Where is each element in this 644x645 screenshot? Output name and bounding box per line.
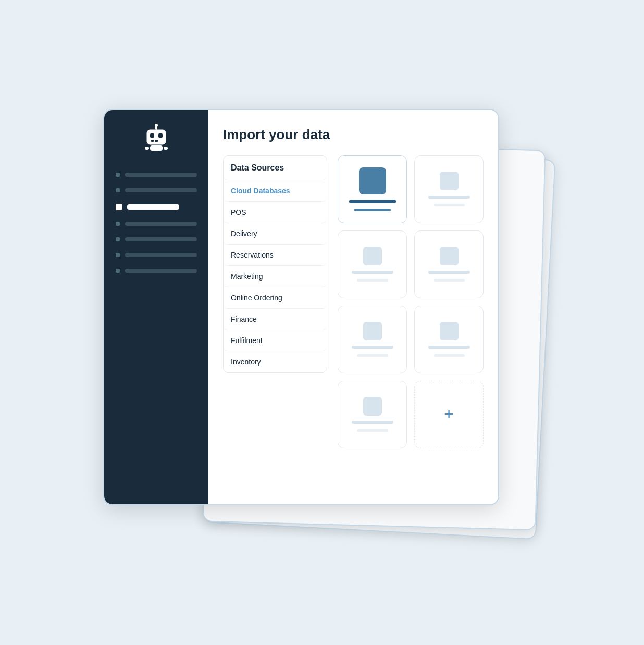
nav-dot [116, 222, 120, 226]
sidebar-nav-item-2[interactable] [113, 184, 200, 197]
grid-card-5[interactable] [338, 306, 407, 373]
nav-line [125, 173, 197, 177]
grid-icon-small [440, 172, 459, 190]
svg-rect-8 [145, 147, 149, 150]
nav-line [125, 188, 197, 192]
svg-rect-4 [155, 140, 158, 142]
sidebar-nav-item-7[interactable] [113, 264, 200, 277]
content-body: Data Sources Cloud Databases POS Deliver… [223, 155, 484, 485]
nav-dot [116, 253, 120, 257]
menu-item-cloud-databases[interactable]: Cloud Databases [224, 180, 327, 202]
sidebar-nav-item-5[interactable] [113, 233, 200, 246]
grid-icon-small [440, 322, 459, 340]
menu-item-reservations[interactable]: Reservations [224, 245, 327, 266]
grid-card-1[interactable] [338, 155, 407, 223]
svg-rect-0 [147, 130, 166, 144]
page-title: Import your data [223, 127, 484, 143]
menu-item-delivery[interactable]: Delivery [224, 223, 327, 245]
plus-icon: + [444, 405, 454, 424]
grid-icon-small [363, 247, 382, 265]
grid-card-add[interactable]: + [414, 381, 484, 448]
svg-rect-9 [164, 147, 168, 150]
grid-line-light [428, 196, 470, 199]
grid-line-light [428, 271, 470, 274]
nav-line [125, 222, 197, 226]
svg-point-6 [155, 124, 158, 127]
sidebar [104, 110, 208, 504]
grid-icon-large [359, 167, 386, 194]
grid-card-7[interactable] [338, 381, 407, 448]
main-content: Import your data Data Sources Cloud Data… [208, 110, 498, 504]
grid-line-lighter [434, 279, 465, 282]
grid-line-lighter [357, 429, 388, 432]
menu-item-inventory[interactable]: Inventory [224, 351, 327, 372]
grid-icon-small [363, 397, 382, 416]
sidebar-nav-item-6[interactable] [113, 249, 200, 261]
nav-dot-active [116, 204, 122, 210]
grid-icon-small [440, 247, 459, 265]
grid-card-6[interactable] [414, 306, 484, 373]
nav-dot [116, 188, 120, 192]
nav-dot [116, 269, 120, 273]
menu-panel: Data Sources Cloud Databases POS Deliver… [223, 155, 327, 485]
grid-card-4[interactable] [414, 230, 484, 298]
nav-dot [116, 237, 120, 241]
menu-item-finance[interactable]: Finance [224, 309, 327, 330]
sidebar-nav-item-1[interactable] [113, 168, 200, 181]
svg-rect-2 [158, 133, 163, 138]
data-source-grid: + [338, 155, 484, 485]
grid-line-lighter [357, 354, 388, 357]
menu-item-pos[interactable]: POS [224, 202, 327, 223]
grid-card-3[interactable] [338, 230, 407, 298]
sidebar-nav-item-active[interactable] [113, 200, 200, 214]
grid-line-secondary [354, 209, 391, 211]
svg-rect-1 [150, 133, 154, 138]
grid-container: + [338, 155, 484, 448]
menu-item-online-ordering[interactable]: Online Ordering [224, 287, 327, 309]
nav-dot [116, 173, 120, 177]
nav-line [125, 237, 197, 241]
grid-line-primary [349, 200, 396, 203]
grid-line-lighter [434, 354, 465, 357]
grid-line-light [352, 421, 393, 424]
grid-line-lighter [357, 279, 388, 282]
sidebar-logo [113, 123, 200, 154]
menu-header: Data Sources [224, 156, 327, 180]
sidebar-nav-item-4[interactable] [113, 217, 200, 230]
svg-rect-3 [151, 140, 154, 142]
grid-line-light [352, 346, 393, 349]
menu-panel-box: Data Sources Cloud Databases POS Deliver… [223, 155, 327, 373]
nav-line [125, 269, 197, 273]
menu-item-fulfilment[interactable]: Fulfilment [224, 330, 327, 351]
grid-line-light [428, 346, 470, 349]
grid-icon-small [363, 322, 382, 340]
svg-rect-7 [150, 145, 163, 151]
grid-card-2[interactable] [414, 155, 484, 223]
grid-line-light [352, 271, 393, 274]
menu-item-marketing[interactable]: Marketing [224, 266, 327, 287]
app-card: Import your data Data Sources Cloud Data… [103, 109, 499, 505]
grid-line-lighter [434, 204, 465, 206]
nav-line-active [127, 204, 179, 210]
nav-line [125, 253, 197, 257]
